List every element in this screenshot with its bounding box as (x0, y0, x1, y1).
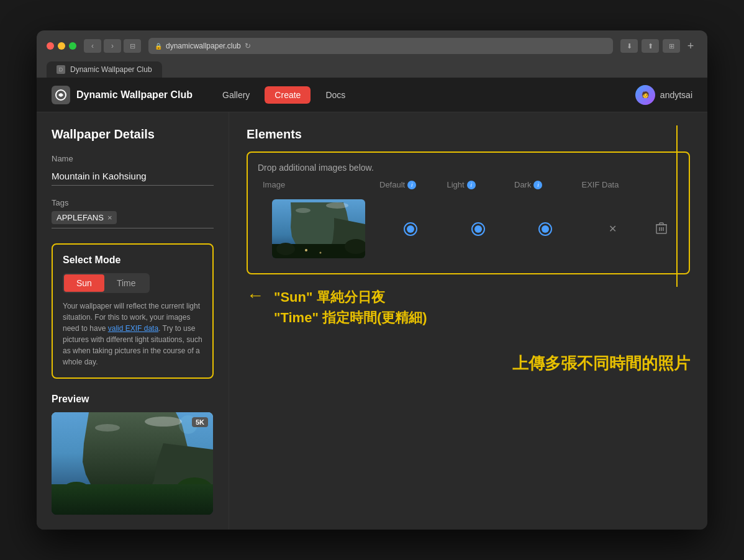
svg-point-21 (296, 208, 311, 213)
svg-point-20 (326, 202, 348, 209)
default-info-icon[interactable]: i (407, 181, 416, 189)
annotations-area: ← "Sun" 單純分日夜 "Time" 指定時間(更精細) 上傳多張不同時間的… (247, 287, 690, 374)
exif-x-button[interactable]: ✕ (609, 223, 617, 235)
drop-hint: Drop additional images below. (258, 163, 679, 173)
close-traffic-light[interactable] (47, 42, 54, 50)
browser-tab[interactable]: D Dynamic Wallpaper Club (47, 61, 162, 78)
svg-point-8 (131, 501, 134, 504)
element-thumbnail (272, 199, 365, 258)
minimize-traffic-light[interactable] (58, 42, 65, 50)
browser-chrome: ‹ › ⊟ 🔒 dynamicwallpaper.club ↻ ⬇ ⬆ ⊞ + (37, 30, 707, 78)
light-info-icon[interactable]: i (467, 181, 476, 189)
tags-label: Tags (52, 198, 214, 207)
nav-user: 🧑 andytsai (635, 85, 692, 105)
annotation-sun-time: ← "Sun" 單純分日夜 "Time" 指定時間(更精細) (247, 287, 690, 328)
tag-chip: APPLEFANS × (52, 211, 117, 224)
address-bar[interactable]: 🔒 dynamicwallpaper.club ↻ (148, 38, 613, 54)
svg-point-16 (276, 243, 295, 255)
logo-icon (52, 86, 70, 104)
download-button[interactable]: ⬇ (620, 39, 638, 53)
tags-field: APPLEFANS × (52, 211, 214, 228)
preview-image-container: 5K (52, 412, 213, 515)
name-input[interactable] (52, 167, 214, 186)
browser-toolbar-right: ⬇ ⬆ ⊞ + (620, 39, 697, 53)
app-content: Dynamic Wallpaper Club Gallery Create Do… (37, 78, 707, 530)
preview-section: Preview (52, 394, 214, 515)
forward-icon: › (111, 42, 114, 50)
elements-drop-area[interactable]: Drop additional images below. Image Defa… (247, 151, 690, 274)
preview-badge: 5K (192, 417, 208, 427)
table-row: ✕ (258, 194, 679, 263)
svg-point-19 (320, 252, 322, 254)
maximize-traffic-light[interactable] (69, 42, 76, 50)
dark-radio[interactable] (538, 222, 552, 236)
forward-button[interactable]: › (104, 39, 121, 53)
col-default: Default i (379, 180, 442, 189)
nav-gallery[interactable]: Gallery (212, 86, 260, 104)
back-icon: ‹ (91, 42, 94, 50)
browser-window: ‹ › ⊟ 🔒 dynamicwallpaper.club ↻ ⬇ ⬆ ⊞ + (37, 30, 707, 530)
tag-remove-button[interactable]: × (107, 213, 112, 222)
delete-cell (649, 222, 674, 237)
nav-links: Gallery Create Docs (212, 86, 635, 104)
nav-docs[interactable]: Docs (315, 86, 355, 104)
elements-table: Image Default i Light i Dark (258, 180, 679, 263)
col-image: Image (263, 180, 374, 189)
reload-button[interactable]: ↻ (245, 42, 251, 50)
svg-point-11 (95, 424, 120, 431)
user-avatar: 🧑 (635, 85, 655, 105)
window-button[interactable]: ⊞ (663, 39, 680, 53)
delete-row-button[interactable] (656, 222, 667, 237)
exif-cell: ✕ (582, 223, 645, 235)
mode-toggle: Sun Time (63, 273, 150, 293)
default-cell (379, 222, 442, 236)
main-layout: Wallpaper Details Name Tags APPLEFANS × … (37, 112, 707, 530)
wallpaper-details-title: Wallpaper Details (52, 127, 214, 142)
svg-point-5 (61, 482, 92, 504)
browser-nav: ‹ › ⊟ (84, 39, 141, 53)
tag-input[interactable] (120, 213, 145, 222)
svg-point-18 (305, 249, 307, 251)
share-button[interactable]: ⬆ (642, 39, 659, 53)
browser-tab-row: D Dynamic Wallpaper Club (47, 59, 697, 78)
exif-data-link[interactable]: valid EXIF data (108, 324, 158, 333)
image-cell (263, 199, 374, 258)
name-label: Name (52, 154, 214, 163)
add-tab-button[interactable]: + (684, 39, 697, 53)
sidebar: Wallpaper Details Name Tags APPLEFANS × … (37, 112, 229, 530)
col-delete (649, 180, 674, 189)
lock-icon: 🔒 (155, 43, 162, 50)
svg-rect-4 (52, 487, 213, 515)
dark-cell (514, 222, 577, 236)
mode-time-button[interactable]: Time (104, 274, 148, 292)
annotation-line1: "Sun" 單純分日夜 (274, 287, 427, 307)
light-radio[interactable] (471, 222, 485, 236)
user-name: andytsai (660, 90, 692, 100)
app-nav: Dynamic Wallpaper Club Gallery Create Do… (37, 78, 707, 112)
dark-info-icon[interactable]: i (533, 181, 542, 189)
tag-text: APPLEFANS (57, 213, 104, 222)
tab-label: Dynamic Wallpaper Club (70, 65, 152, 74)
main-content: Elements Drop additional images below. I… (229, 112, 707, 530)
app-logo: Dynamic Wallpaper Club (52, 86, 193, 104)
svg-point-10 (145, 417, 182, 427)
svg-point-7 (109, 497, 112, 501)
elements-header: Image Default i Light i Dark (258, 180, 679, 194)
browser-titlebar: ‹ › ⊟ 🔒 dynamicwallpaper.club ↻ ⬇ ⬆ ⊞ + (47, 38, 697, 54)
select-mode-box: Select Mode Sun Time Your wallpaper will… (52, 243, 214, 379)
traffic-lights (47, 42, 76, 50)
annotation-bottom-label: 上傳多張不同時間的照片 (247, 353, 690, 374)
tab-favicon: D (57, 65, 65, 74)
elements-title: Elements (247, 127, 690, 142)
col-dark: Dark i (514, 180, 577, 189)
nav-create[interactable]: Create (265, 86, 311, 104)
col-exif: EXIF Data (582, 180, 645, 189)
svg-point-6 (176, 477, 213, 502)
default-radio[interactable] (404, 222, 417, 236)
back-button[interactable]: ‹ (84, 39, 101, 53)
mode-sun-button[interactable]: Sun (64, 274, 104, 292)
annotation-text-block: "Sun" 單純分日夜 "Time" 指定時間(更精細) (274, 287, 427, 328)
tab-icon-button[interactable]: ⊟ (124, 39, 141, 53)
light-cell (447, 222, 510, 236)
arrow-left-icon: ← (247, 287, 264, 304)
